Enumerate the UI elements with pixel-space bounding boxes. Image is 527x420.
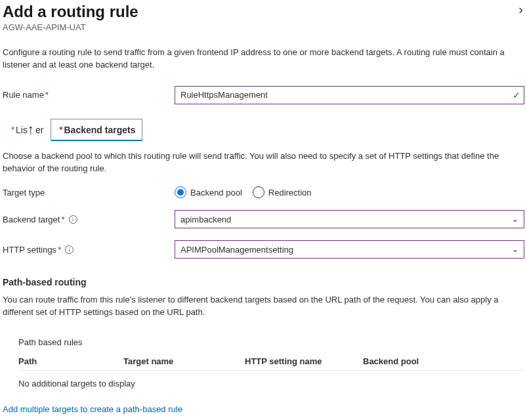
rule-name-input[interactable] bbox=[175, 86, 524, 104]
required-asterisk: * bbox=[11, 125, 14, 135]
tab-listener-label: Lis⭡er bbox=[16, 125, 43, 135]
tab-listener[interactable]: * Lis⭡er bbox=[3, 119, 51, 141]
info-icon[interactable]: i bbox=[65, 245, 74, 254]
radio-backend-pool[interactable]: Backend pool bbox=[175, 186, 242, 198]
col-path: Path bbox=[18, 356, 123, 366]
backend-description: Choose a backend pool to which this rout… bbox=[3, 150, 524, 175]
target-type-label: Target type bbox=[3, 188, 45, 198]
backend-target-select[interactable]: apimbackend ⌄ bbox=[175, 210, 524, 228]
path-routing-desc: You can route traffic from this rule's l… bbox=[3, 294, 524, 319]
path-rules-title: Path based rules bbox=[18, 337, 524, 347]
http-settings-value: APIMPoolManagementsetting bbox=[180, 245, 293, 255]
radio-backend-pool-label: Backend pool bbox=[190, 188, 242, 198]
target-type-radio-group: Backend pool Redirection bbox=[175, 186, 524, 198]
path-routing-heading: Path-based routing bbox=[3, 277, 524, 287]
radio-icon bbox=[175, 186, 186, 198]
path-rules-header: Path Target name HTTP setting name Backe… bbox=[18, 356, 524, 371]
required-asterisk: * bbox=[59, 125, 62, 135]
col-http: HTTP setting name bbox=[245, 356, 363, 366]
backend-target-value: apimbackend bbox=[180, 215, 231, 224]
radio-redirection[interactable]: Redirection bbox=[253, 186, 312, 198]
tab-backend-label: Backend targets bbox=[64, 125, 135, 135]
panel-title: Add a routing rule bbox=[3, 3, 138, 21]
col-pool: Backend pool bbox=[363, 356, 524, 366]
required-asterisk: * bbox=[58, 245, 61, 255]
required-asterisk: * bbox=[61, 215, 64, 224]
radio-icon bbox=[253, 186, 264, 198]
http-settings-select[interactable]: APIMPoolManagementsetting ⌄ bbox=[175, 240, 524, 259]
chevron-down-icon: ⌄ bbox=[512, 245, 518, 254]
tab-backend-targets[interactable]: * Backend targets bbox=[51, 119, 142, 141]
rule-name-label: Rule name bbox=[3, 90, 44, 100]
intro-text: Configure a routing rule to send traffic… bbox=[3, 47, 524, 72]
info-icon[interactable]: i bbox=[69, 215, 77, 224]
path-rules-empty: No additional targets to display bbox=[18, 379, 524, 388]
add-targets-link[interactable]: Add multiple targets to create a path-ba… bbox=[3, 404, 182, 414]
backend-target-label: Backend target bbox=[3, 215, 60, 224]
panel-subtitle: AGW-AAE-APIM-UAT bbox=[3, 22, 138, 32]
col-target: Target name bbox=[123, 356, 245, 366]
radio-redirection-label: Redirection bbox=[268, 188, 312, 198]
required-asterisk: * bbox=[45, 90, 49, 100]
close-chevron-icon[interactable]: › bbox=[517, 3, 524, 16]
tabs: * Lis⭡er * Backend targets bbox=[3, 119, 524, 141]
http-settings-label: HTTP settings bbox=[3, 245, 56, 255]
chevron-down-icon: ⌄ bbox=[512, 215, 518, 224]
